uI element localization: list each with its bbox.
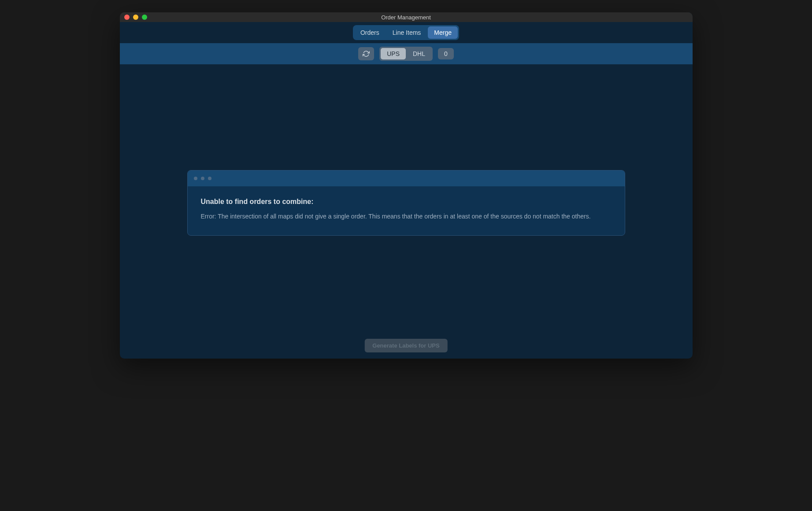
refresh-icon — [363, 50, 370, 57]
traffic-lights — [124, 15, 147, 20]
error-title: Unable to find orders to combine: — [201, 198, 612, 206]
tabs-group: Orders Line Items Merge — [353, 25, 459, 40]
titlebar: Order Management — [120, 12, 693, 22]
tab-merge[interactable]: Merge — [428, 26, 458, 39]
panel-dot-icon — [194, 177, 197, 180]
error-panel-header — [188, 170, 625, 186]
tabs-bar: Orders Line Items Merge — [120, 22, 693, 43]
app-window: Order Management Orders Line Items Merge… — [120, 12, 693, 359]
maximize-window-button[interactable] — [142, 15, 147, 20]
panel-dot-icon — [201, 177, 204, 180]
window-title: Order Management — [381, 14, 431, 21]
generate-labels-button[interactable]: Generate Labels for UPS — [364, 339, 447, 352]
carrier-selector: UPS DHL — [379, 47, 433, 61]
carrier-ups[interactable]: UPS — [381, 48, 406, 59]
error-panel: Unable to find orders to combine: Error:… — [187, 170, 625, 236]
refresh-button[interactable] — [358, 47, 374, 60]
tab-orders[interactable]: Orders — [354, 26, 386, 39]
count-badge: 0 — [438, 48, 454, 59]
error-panel-body: Unable to find orders to combine: Error:… — [188, 186, 625, 235]
main-content: Unable to find orders to combine: Error:… — [120, 64, 693, 359]
close-window-button[interactable] — [124, 15, 130, 20]
error-message: Error: The intersection of all maps did … — [201, 212, 612, 221]
tab-line-items[interactable]: Line Items — [386, 26, 427, 39]
toolbar: UPS DHL 0 — [120, 43, 693, 64]
minimize-window-button[interactable] — [133, 15, 138, 20]
panel-dot-icon — [208, 177, 211, 180]
carrier-dhl[interactable]: DHL — [407, 48, 431, 59]
